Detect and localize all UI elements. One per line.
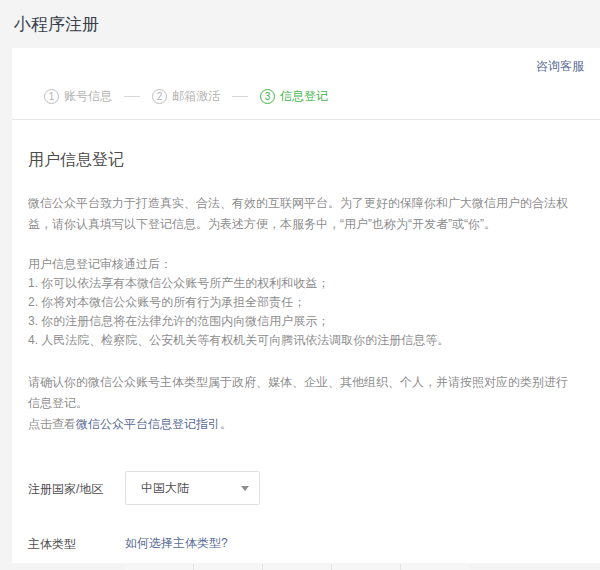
step-info-registration: 3 信息登记 [260,88,328,105]
review-terms-block: 用户信息登记审核通过后： 1. 你可以依法享有本微信公众账号所产生的权利和收益；… [28,255,570,350]
step-dash [124,96,140,97]
intro-paragraph: 微信公众平台致力于打造真实、合法、有效的互联网平台。为了更好的保障你和广大微信用… [28,193,570,235]
step-account-info: 1 账号信息 [44,88,112,105]
confirm-text: 请确认你的微信公众账号主体类型属于政府、媒体、企业、其他组织、个人，并请按照对应… [28,375,568,410]
tab-government[interactable]: 政府 [263,564,332,570]
card-body: 用户信息登记 微信公众平台致力于打造真实、合法、有效的互联网平台。为了更好的保障… [12,120,600,570]
step-dash [232,96,248,97]
tab-other-organization[interactable]: 其他组织 [401,564,470,570]
review-item: 4. 人民法院、检察院、公安机关等有权机关可向腾讯依法调取你的注册信息等。 [28,331,570,350]
registration-card: 咨询客服 1 账号信息 2 邮箱激活 3 信息登记 用户信息登记 微信公众平台致… [12,48,600,563]
page-title: 小程序注册 [0,0,600,48]
entity-type-field: 如何选择主体类型? 个人 企业 政府 媒体 其他组织 [125,535,470,570]
support-row: 咨询客服 [28,56,584,76]
customer-service-link[interactable]: 咨询客服 [536,59,584,73]
confirm-paragraph: 请确认你的微信公众账号主体类型属于政府、媒体、企业、其他组织、个人，并请按照对应… [28,372,570,435]
step-3-label: 信息登记 [280,88,328,105]
country-label: 注册国家/地区 [28,471,125,498]
entity-type-help-link[interactable]: 如何选择主体类型? [125,536,228,550]
guide-suffix: 。 [220,417,232,431]
step-1-circle: 1 [44,89,59,104]
country-select[interactable]: 中国大陆 [125,471,260,505]
registration-guide-link[interactable]: 微信公众平台信息登记指引 [76,417,220,431]
entity-type-label: 主体类型 [28,535,125,553]
step-2-label: 邮箱激活 [172,88,220,105]
tab-media[interactable]: 媒体 [332,564,401,570]
step-email-activation: 2 邮箱激活 [152,88,220,105]
review-item: 3. 你的注册信息将在法律允许的范围内向微信用户展示； [28,312,570,331]
card-header: 咨询客服 1 账号信息 2 邮箱激活 3 信息登记 [12,48,600,120]
guide-prefix: 点击查看 [28,417,76,431]
step-indicator: 1 账号信息 2 邮箱激活 3 信息登记 [44,88,584,105]
country-selected-value: 中国大陆 [141,480,189,497]
entity-type-tabs: 个人 企业 政府 媒体 其他组织 [125,564,470,570]
review-item: 1. 你可以依法享有本微信公众账号所产生的权利和收益； [28,274,570,293]
step-1-label: 账号信息 [64,88,112,105]
chevron-down-icon [241,486,249,491]
tab-enterprise[interactable]: 企业 [194,564,263,570]
review-title: 用户信息登记审核通过后： [28,255,570,274]
section-heading: 用户信息登记 [28,150,570,171]
entity-type-form-row: 主体类型 如何选择主体类型? 个人 企业 政府 媒体 其他组织 [28,535,570,570]
step-3-circle: 3 [260,89,275,104]
step-2-circle: 2 [152,89,167,104]
country-form-row: 注册国家/地区 中国大陆 [28,471,570,505]
review-item: 2. 你将对本微信公众账号的所有行为承担全部责任； [28,293,570,312]
tab-personal[interactable]: 个人 [125,564,194,570]
